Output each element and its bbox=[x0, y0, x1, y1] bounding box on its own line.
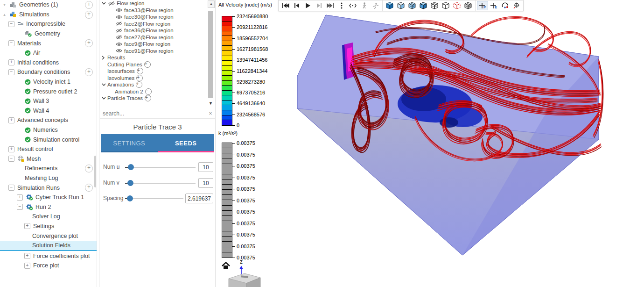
slider-handle[interactable] bbox=[127, 180, 133, 186]
expand-icon[interactable]: + bbox=[17, 194, 23, 201]
skip-end-button[interactable] bbox=[325, 1, 336, 10]
scene-tree-item-face36-flow-region[interactable]: face36@Flow region bbox=[100, 27, 207, 34]
sidebar-item-meshing-log[interactable]: Meshing Log bbox=[0, 173, 97, 183]
slider-track[interactable] bbox=[125, 183, 196, 184]
sidebar-item-geometries-1-[interactable]: ▾Geometries (1)+ bbox=[0, 0, 97, 10]
add-circle-icon[interactable]: + bbox=[144, 61, 151, 68]
remove-circle-icon[interactable]: − bbox=[145, 88, 152, 95]
sidebar-item-result-control[interactable]: +Result control bbox=[0, 144, 97, 154]
step-forward-button[interactable] bbox=[314, 1, 325, 10]
add-button[interactable]: + bbox=[85, 68, 93, 76]
eye-off-icon[interactable] bbox=[116, 29, 122, 33]
scene-tree-item-face91-flow-region[interactable]: face91@Flow region bbox=[100, 48, 207, 55]
scene-tree-item-face30-flow-region[interactable]: face30@Flow region bbox=[100, 14, 207, 21]
cube-bw-button[interactable] bbox=[462, 1, 474, 10]
tab-settings[interactable]: SETTINGS bbox=[101, 134, 158, 152]
scene-tree-scrollbar[interactable]: ▲ ▼ bbox=[208, 0, 214, 108]
cube-blue-button[interactable] bbox=[418, 1, 429, 10]
eye-icon[interactable] bbox=[116, 15, 122, 19]
probe-point-e-button[interactable]: E bbox=[488, 1, 499, 10]
cube-grid-button[interactable] bbox=[406, 1, 418, 10]
cube-points-button[interactable] bbox=[451, 1, 462, 10]
slider-track[interactable] bbox=[125, 198, 183, 199]
home-view-icon[interactable] bbox=[221, 262, 231, 272]
add-circle-icon[interactable]: + bbox=[136, 81, 142, 88]
scene-tree-item-face33-flow-region[interactable]: face33@Flow region bbox=[100, 7, 207, 14]
sidebar-item-simulation-control[interactable]: Simulation control bbox=[0, 135, 97, 144]
expand-icon[interactable]: + bbox=[24, 253, 30, 259]
eye-off-icon[interactable] bbox=[108, 1, 115, 6]
sidebar-item-velocity-inlet-1[interactable]: Velocity inlet 1 bbox=[0, 77, 97, 87]
sidebar-item-materials[interactable]: −Materials+ bbox=[0, 38, 97, 48]
sidebar-item-convergence-plot[interactable]: Convergence plot bbox=[0, 231, 97, 241]
step-back-button[interactable] bbox=[291, 1, 302, 10]
sidebar-item-air[interactable]: Air bbox=[0, 48, 97, 58]
cube-wire-button[interactable] bbox=[440, 1, 451, 10]
add-button[interactable]: + bbox=[85, 39, 93, 47]
collapse-icon[interactable]: − bbox=[8, 185, 14, 191]
scene-tree-item-animation-2[interactable]: Animation 2− bbox=[100, 88, 207, 95]
scene-tree-item-face2-flow-region[interactable]: face2@Flow region bbox=[100, 21, 207, 28]
sidebar-item-wall-3[interactable]: Wall 3 bbox=[0, 96, 97, 106]
slider-value-input[interactable]: 10 bbox=[198, 178, 213, 188]
add-button[interactable]: + bbox=[85, 184, 93, 192]
sidebar-item-advanced-concepts[interactable]: +Advanced concepts bbox=[0, 115, 97, 125]
eye-off-icon[interactable] bbox=[116, 35, 122, 39]
sidebar-item-numerics[interactable]: Numerics bbox=[0, 125, 97, 135]
sidebar-scrollbar[interactable] bbox=[94, 156, 96, 187]
add-circle-icon[interactable]: + bbox=[137, 68, 143, 74]
collapse-icon[interactable]: − bbox=[8, 40, 14, 46]
chevron-down-icon[interactable] bbox=[102, 97, 106, 100]
scene-tree-item-face27-flow-region[interactable]: face27@Flow region bbox=[100, 34, 207, 41]
orientation-cube[interactable] bbox=[223, 272, 265, 287]
sidebar-item-run-2[interactable]: −Run 2 bbox=[0, 202, 97, 212]
slider-value-input[interactable]: 10 bbox=[198, 162, 213, 172]
expand-icon[interactable]: + bbox=[8, 117, 14, 123]
sidebar-item-simulation-runs[interactable]: −Simulation Runs+ bbox=[0, 183, 97, 193]
pick-target-button[interactable] bbox=[511, 1, 522, 10]
collapse-icon[interactable]: − bbox=[8, 156, 14, 162]
chevron-up-icon[interactable]: ▴ bbox=[2, 12, 7, 17]
add-circle-icon[interactable]: + bbox=[145, 95, 151, 101]
add-button[interactable]: + bbox=[85, 165, 93, 172]
probe-point-p-button[interactable]: P bbox=[477, 1, 488, 10]
search-clear-icon[interactable]: × bbox=[206, 110, 215, 117]
eye-icon[interactable] bbox=[116, 8, 122, 12]
cube-wire-grid-button[interactable] bbox=[429, 1, 440, 10]
add-button[interactable]: + bbox=[85, 1, 93, 9]
sidebar-item-force-plot[interactable]: +Force plot bbox=[0, 261, 97, 271]
sidebar-item-settings[interactable]: +Settings bbox=[0, 222, 97, 231]
scene-tree-item-flow-region[interactable]: Flow region bbox=[100, 0, 207, 7]
sidebar-item-wall-4[interactable]: Wall 4 bbox=[0, 106, 97, 116]
run-mode-button[interactable] bbox=[370, 1, 381, 10]
scene-tree-item-face9-flow-region[interactable]: face9@Flow region bbox=[100, 41, 207, 48]
scene-tree-item-particle-traces[interactable]: Particle Traces+ bbox=[100, 95, 207, 102]
expand-icon[interactable]: + bbox=[24, 223, 30, 229]
slider-handle[interactable] bbox=[127, 195, 133, 201]
sidebar-item-pressure-outlet-2[interactable]: Pressure outlet 2 bbox=[0, 86, 97, 96]
cube-solid-button[interactable] bbox=[384, 1, 395, 10]
expand-icon[interactable]: + bbox=[8, 146, 14, 152]
sidebar-item-geometry[interactable]: Geometry bbox=[0, 29, 97, 39]
add-circle-icon[interactable]: + bbox=[136, 75, 143, 81]
play-button[interactable] bbox=[302, 1, 314, 10]
expand-icon[interactable]: + bbox=[24, 263, 30, 269]
eye-icon[interactable] bbox=[116, 42, 122, 46]
rotate-free-button[interactable] bbox=[499, 1, 511, 10]
cube-shaded-button[interactable] bbox=[395, 1, 406, 10]
slider-handle[interactable] bbox=[128, 164, 134, 170]
sidebar-item-simulations[interactable]: ▴Simulations+ bbox=[0, 10, 97, 20]
sidebar-item-refinements[interactable]: Refinements+ bbox=[0, 164, 97, 173]
sidebar-item-force-coefficients-plot[interactable]: +Force coefficients plot bbox=[0, 251, 97, 261]
scroll-down-button[interactable]: ▼ bbox=[208, 100, 214, 107]
chevron-down-icon[interactable]: ▾ bbox=[2, 2, 7, 7]
slider-value-input[interactable]: 2.619637 bbox=[185, 194, 213, 203]
sidebar-item-mesh[interactable]: −Mesh bbox=[0, 154, 97, 164]
search-input[interactable] bbox=[100, 110, 206, 117]
3d-viewport[interactable] bbox=[275, 0, 644, 287]
sidebar-item-boundary-conditions[interactable]: −Boundary conditions+ bbox=[0, 67, 97, 77]
trace-extent-button[interactable] bbox=[347, 1, 358, 10]
collapse-icon[interactable]: − bbox=[8, 69, 14, 75]
scene-tree-item-results[interactable]: Results bbox=[100, 54, 207, 61]
sidebar-item-solution-fields[interactable]: Solution Fields bbox=[0, 241, 97, 251]
